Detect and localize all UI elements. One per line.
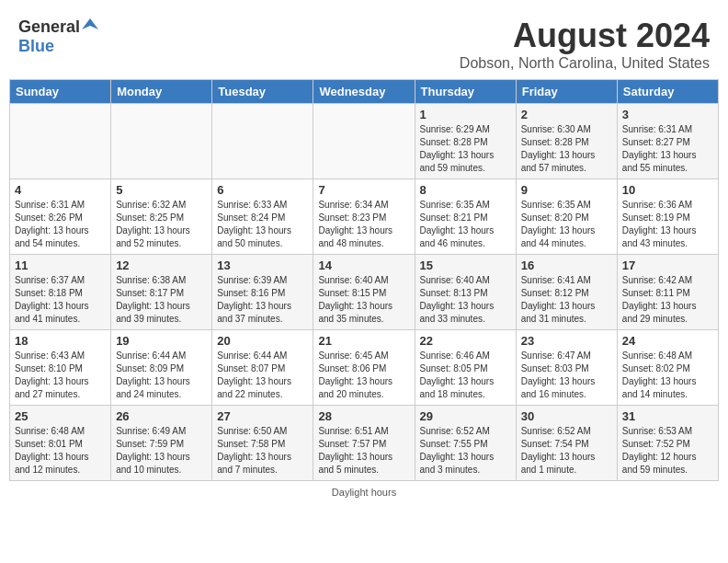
day-cell: 1Sunrise: 6:29 AM Sunset: 8:28 PM Daylig…	[415, 104, 516, 179]
day-number: 30	[521, 409, 612, 423]
day-number: 21	[318, 334, 409, 348]
day-info: Sunrise: 6:44 AM Sunset: 8:09 PM Dayligh…	[116, 350, 207, 401]
day-cell: 12Sunrise: 6:38 AM Sunset: 8:17 PM Dayli…	[111, 255, 212, 330]
day-cell: 10Sunrise: 6:36 AM Sunset: 8:19 PM Dayli…	[617, 179, 718, 255]
day-info: Sunrise: 6:36 AM Sunset: 8:19 PM Dayligh…	[622, 199, 713, 250]
week-row-4: 18Sunrise: 6:43 AM Sunset: 8:10 PM Dayli…	[10, 330, 719, 406]
day-number: 25	[15, 409, 106, 423]
week-row-1: 1Sunrise: 6:29 AM Sunset: 8:28 PM Daylig…	[10, 104, 719, 179]
day-info: Sunrise: 6:32 AM Sunset: 8:25 PM Dayligh…	[116, 199, 207, 250]
day-info: Sunrise: 6:46 AM Sunset: 8:05 PM Dayligh…	[420, 350, 511, 401]
day-number: 17	[622, 259, 713, 272]
day-cell: 11Sunrise: 6:37 AM Sunset: 8:18 PM Dayli…	[10, 255, 111, 330]
day-info: Sunrise: 6:34 AM Sunset: 8:23 PM Dayligh…	[318, 199, 409, 250]
day-info: Sunrise: 6:29 AM Sunset: 8:28 PM Dayligh…	[420, 123, 511, 175]
day-cell: 26Sunrise: 6:49 AM Sunset: 7:59 PM Dayli…	[111, 406, 212, 481]
day-number: 26	[116, 409, 207, 423]
day-cell: 16Sunrise: 6:41 AM Sunset: 8:12 PM Dayli…	[516, 255, 617, 330]
day-cell: 21Sunrise: 6:45 AM Sunset: 8:06 PM Dayli…	[313, 330, 415, 406]
day-number: 29	[420, 409, 511, 423]
day-cell	[10, 104, 111, 179]
title-area: August 2024 Dobson, North Carolina, Unit…	[460, 17, 710, 72]
day-info: Sunrise: 6:39 AM Sunset: 8:16 PM Dayligh…	[217, 274, 308, 326]
day-cell: 27Sunrise: 6:50 AM Sunset: 7:58 PM Dayli…	[212, 406, 313, 481]
day-number: 3	[622, 108, 713, 121]
day-cell	[313, 104, 415, 179]
day-header-saturday: Saturday	[617, 80, 718, 104]
calendar-table: SundayMondayTuesdayWednesdayThursdayFrid…	[9, 79, 719, 481]
day-info: Sunrise: 6:48 AM Sunset: 8:01 PM Dayligh…	[15, 425, 106, 477]
day-info: Sunrise: 6:42 AM Sunset: 8:11 PM Dayligh…	[622, 274, 713, 326]
day-number: 28	[318, 409, 409, 423]
day-number: 15	[420, 259, 511, 272]
day-info: Sunrise: 6:31 AM Sunset: 8:26 PM Dayligh…	[15, 199, 106, 250]
day-cell: 25Sunrise: 6:48 AM Sunset: 8:01 PM Dayli…	[10, 406, 111, 481]
header: General Blue August 2024 Dobson, North C…	[9, 9, 719, 75]
day-cell	[212, 104, 313, 179]
week-row-2: 4Sunrise: 6:31 AM Sunset: 8:26 PM Daylig…	[10, 179, 719, 255]
day-cell: 6Sunrise: 6:33 AM Sunset: 8:24 PM Daylig…	[212, 179, 313, 255]
day-cell: 8Sunrise: 6:35 AM Sunset: 8:21 PM Daylig…	[415, 179, 516, 255]
location-subtitle: Dobson, North Carolina, United States	[460, 55, 710, 72]
logo: General Blue	[18, 17, 98, 56]
day-info: Sunrise: 6:49 AM Sunset: 7:59 PM Dayligh…	[116, 425, 207, 477]
day-number: 4	[15, 183, 106, 197]
day-number: 14	[318, 259, 409, 272]
footer-note: Daylight hours	[9, 481, 719, 503]
month-title: August 2024	[460, 17, 710, 55]
logo-blue-text: Blue	[18, 37, 54, 56]
day-cell: 17Sunrise: 6:42 AM Sunset: 8:11 PM Dayli…	[617, 255, 718, 330]
day-info: Sunrise: 6:44 AM Sunset: 8:07 PM Dayligh…	[217, 350, 308, 401]
week-row-3: 11Sunrise: 6:37 AM Sunset: 8:18 PM Dayli…	[10, 255, 719, 330]
day-number: 6	[217, 183, 308, 197]
day-number: 16	[521, 259, 612, 272]
day-header-friday: Friday	[516, 80, 617, 104]
day-number: 22	[420, 334, 511, 348]
day-cell: 5Sunrise: 6:32 AM Sunset: 8:25 PM Daylig…	[111, 179, 212, 255]
day-header-sunday: Sunday	[10, 80, 111, 104]
day-info: Sunrise: 6:45 AM Sunset: 8:06 PM Dayligh…	[318, 350, 409, 401]
day-number: 13	[217, 259, 308, 272]
day-number: 18	[15, 334, 106, 348]
day-number: 7	[318, 183, 409, 197]
day-cell: 18Sunrise: 6:43 AM Sunset: 8:10 PM Dayli…	[10, 330, 111, 406]
day-cell: 30Sunrise: 6:52 AM Sunset: 7:54 PM Dayli…	[516, 406, 617, 481]
day-number: 9	[521, 183, 612, 197]
day-info: Sunrise: 6:43 AM Sunset: 8:10 PM Dayligh…	[15, 350, 106, 401]
day-cell: 19Sunrise: 6:44 AM Sunset: 8:09 PM Dayli…	[111, 330, 212, 406]
day-info: Sunrise: 6:50 AM Sunset: 7:58 PM Dayligh…	[217, 425, 308, 477]
day-number: 24	[622, 334, 713, 348]
day-cell: 23Sunrise: 6:47 AM Sunset: 8:03 PM Dayli…	[516, 330, 617, 406]
svg-marker-0	[82, 18, 98, 29]
day-info: Sunrise: 6:35 AM Sunset: 8:20 PM Dayligh…	[521, 199, 612, 250]
day-number: 12	[116, 259, 207, 272]
day-cell: 13Sunrise: 6:39 AM Sunset: 8:16 PM Dayli…	[212, 255, 313, 330]
day-header-tuesday: Tuesday	[212, 80, 313, 104]
day-number: 19	[116, 334, 207, 348]
day-cell	[111, 104, 212, 179]
day-info: Sunrise: 6:38 AM Sunset: 8:17 PM Dayligh…	[116, 274, 207, 326]
day-cell: 9Sunrise: 6:35 AM Sunset: 8:20 PM Daylig…	[516, 179, 617, 255]
logo-general-text: General	[18, 17, 80, 37]
day-cell: 20Sunrise: 6:44 AM Sunset: 8:07 PM Dayli…	[212, 330, 313, 406]
day-cell: 22Sunrise: 6:46 AM Sunset: 8:05 PM Dayli…	[415, 330, 516, 406]
day-info: Sunrise: 6:48 AM Sunset: 8:02 PM Dayligh…	[622, 350, 713, 401]
day-number: 1	[420, 108, 511, 121]
header-row: SundayMondayTuesdayWednesdayThursdayFrid…	[10, 80, 719, 104]
day-number: 10	[622, 183, 713, 197]
day-number: 31	[622, 409, 713, 423]
week-row-5: 25Sunrise: 6:48 AM Sunset: 8:01 PM Dayli…	[10, 406, 719, 481]
day-number: 5	[116, 183, 207, 197]
day-info: Sunrise: 6:31 AM Sunset: 8:27 PM Dayligh…	[622, 123, 713, 175]
day-cell: 4Sunrise: 6:31 AM Sunset: 8:26 PM Daylig…	[10, 179, 111, 255]
day-cell: 3Sunrise: 6:31 AM Sunset: 8:27 PM Daylig…	[617, 104, 718, 179]
day-header-wednesday: Wednesday	[313, 80, 415, 104]
day-number: 11	[15, 259, 106, 272]
day-cell: 14Sunrise: 6:40 AM Sunset: 8:15 PM Dayli…	[313, 255, 415, 330]
day-cell: 31Sunrise: 6:53 AM Sunset: 7:52 PM Dayli…	[617, 406, 718, 481]
day-number: 2	[521, 108, 612, 121]
day-info: Sunrise: 6:53 AM Sunset: 7:52 PM Dayligh…	[622, 425, 713, 477]
day-number: 8	[420, 183, 511, 197]
day-number: 23	[521, 334, 612, 348]
day-info: Sunrise: 6:40 AM Sunset: 8:13 PM Dayligh…	[420, 274, 511, 326]
